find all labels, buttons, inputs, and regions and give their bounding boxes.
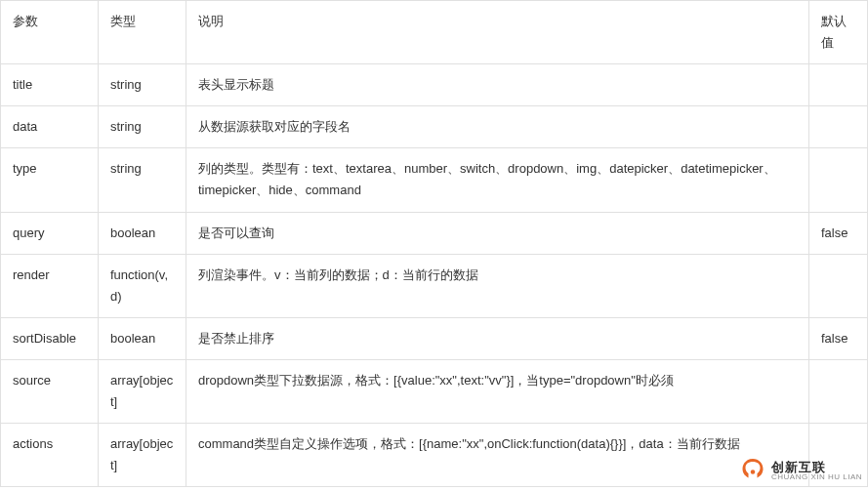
cell-default: false <box>809 317 868 359</box>
cell-param: source <box>1 359 99 423</box>
cell-type: string <box>99 148 186 212</box>
cell-desc: 是否可以查询 <box>186 212 809 254</box>
cell-param: query <box>1 212 99 254</box>
cell-default <box>809 64 868 106</box>
cell-type: array[object] <box>99 359 186 423</box>
table-row: sortDisable boolean 是否禁止排序 false <box>1 317 868 359</box>
cell-type: string <box>99 106 186 148</box>
header-default: 默认值 <box>809 1 868 64</box>
cell-type: boolean <box>99 212 186 254</box>
table-row: title string 表头显示标题 <box>1 64 868 106</box>
header-param: 参数 <box>1 1 99 64</box>
cell-default <box>809 106 868 148</box>
cell-desc: 列的类型。类型有：text、textarea、number、switch、dro… <box>186 148 809 212</box>
cell-type: array[object] <box>99 424 186 487</box>
params-table: 参数 类型 说明 默认值 title string 表头显示标题 data st… <box>0 0 868 487</box>
cell-param: title <box>1 64 99 106</box>
cell-desc: command类型自定义操作选项，格式：[{name:"xx",onClick:… <box>186 424 809 487</box>
header-desc: 说明 <box>186 1 809 64</box>
cell-default <box>809 254 868 317</box>
table-row: data string 从数据源获取对应的字段名 <box>1 106 868 148</box>
cell-param: render <box>1 254 99 317</box>
cell-desc: dropdown类型下拉数据源，格式：[{value:"xx",text:"vv… <box>186 359 809 423</box>
table-row: actions array[object] command类型自定义操作选项，格… <box>1 424 868 487</box>
header-type: 类型 <box>99 1 186 64</box>
cell-param: data <box>1 106 99 148</box>
cell-default: false <box>809 212 868 254</box>
cell-param: type <box>1 148 99 212</box>
cell-type: function(v,d) <box>99 254 186 317</box>
cell-desc: 列渲染事件。v：当前列的数据；d：当前行的数据 <box>186 254 809 317</box>
cell-type: boolean <box>99 317 186 359</box>
cell-default <box>809 359 868 423</box>
cell-default <box>809 424 868 487</box>
cell-default <box>809 148 868 212</box>
table-header-row: 参数 类型 说明 默认值 <box>1 1 868 64</box>
cell-desc: 表头显示标题 <box>186 64 809 106</box>
table-row: source array[object] dropdown类型下拉数据源，格式：… <box>1 359 868 423</box>
cell-param: actions <box>1 424 99 487</box>
cell-param: sortDisable <box>1 317 99 359</box>
table-row: render function(v,d) 列渲染事件。v：当前列的数据；d：当前… <box>1 254 868 317</box>
cell-desc: 是否禁止排序 <box>186 317 809 359</box>
cell-type: string <box>99 64 186 106</box>
cell-desc: 从数据源获取对应的字段名 <box>186 106 809 148</box>
table-row: query boolean 是否可以查询 false <box>1 212 868 254</box>
table-row: type string 列的类型。类型有：text、textarea、numbe… <box>1 148 868 212</box>
